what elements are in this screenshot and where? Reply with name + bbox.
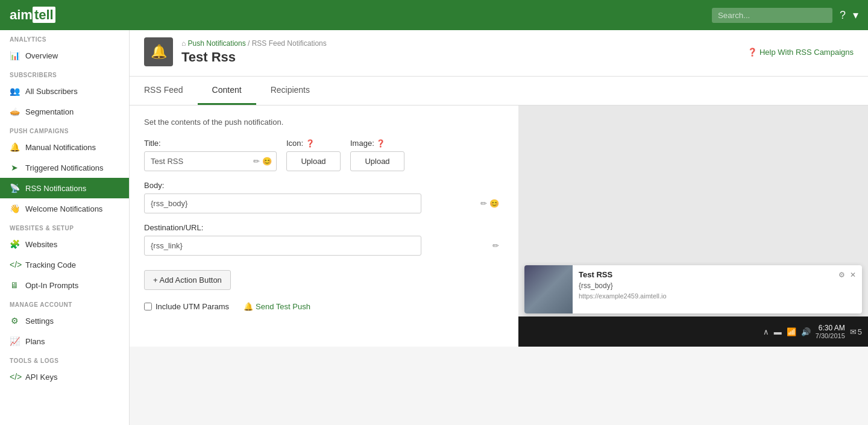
- api-keys-label: API Keys: [25, 373, 57, 382]
- sidebar-item-settings[interactable]: ⚙ Settings: [0, 310, 129, 331]
- notification-close-icon[interactable]: ✕: [850, 271, 856, 279]
- help-link-text: Help With RSS Campaigns: [760, 48, 854, 57]
- notification-header: Test RSS ⚙ ✕: [579, 270, 856, 279]
- dropdown-icon[interactable]: ▾: [853, 8, 858, 22]
- notification-title: Test RSS: [579, 270, 612, 279]
- tracking-code-label: Tracking Code: [25, 260, 76, 269]
- taskbar-date-text: 7/30/2015: [816, 332, 845, 339]
- emoji-icon[interactable]: 😊: [262, 157, 272, 166]
- welcome-notifications-label: Welcome Notifications: [25, 204, 102, 213]
- destination-label: Destination/URL:: [144, 223, 504, 232]
- body-pencil-icon[interactable]: ✏: [480, 199, 487, 208]
- url-row: Destination/URL: ✏: [144, 223, 504, 256]
- taskbar-volume-icon: 🔊: [801, 327, 811, 336]
- bell-send-icon: 🔔: [244, 302, 253, 311]
- overview-icon: 📊: [10, 51, 19, 60]
- sidebar-item-manual-notifications[interactable]: 🔔 Manual Notifications: [0, 137, 129, 157]
- image-group: Image: ❓ Upload: [350, 139, 404, 171]
- sidebar-item-triggered-notifications[interactable]: ➤ Triggered Notifications: [0, 157, 129, 178]
- nav-right: ? ▾: [712, 8, 858, 23]
- icon-question-icon[interactable]: ❓: [306, 139, 315, 148]
- body-emoji-icon[interactable]: 😊: [489, 199, 499, 208]
- page-header: 🔔 ⌂ Push Notifications / RSS Feed Notifi…: [130, 30, 868, 77]
- sidebar-item-tracking-code[interactable]: </> Tracking Code: [0, 254, 129, 275]
- bell-page-icon: 🔔: [151, 44, 167, 60]
- title-group: Title: ✏ 😊: [144, 139, 277, 171]
- utm-checkbox[interactable]: [144, 303, 152, 310]
- taskbar-icons: ∧ ▬ 📶 🔊: [763, 327, 811, 336]
- settings-label: Settings: [25, 316, 54, 326]
- send-test-push-button[interactable]: 🔔 Send Test Push: [244, 302, 310, 311]
- rss-icon: 📡: [10, 183, 19, 193]
- send-test-label: Send Test Push: [256, 302, 310, 311]
- url-input-icons: ✏: [492, 241, 499, 250]
- search-input[interactable]: [712, 8, 832, 23]
- sidebar-item-welcome-notifications[interactable]: 👋 Welcome Notifications: [0, 198, 129, 219]
- notification-gear-icon[interactable]: ⚙: [838, 271, 845, 279]
- api-icon: </>: [10, 372, 19, 382]
- form-area: Set the contents of the push notificatio…: [130, 105, 518, 347]
- push-campaigns-section: Push Campaigns: [0, 122, 129, 137]
- url-group: Destination/URL: ✏: [144, 223, 504, 256]
- taskbar-battery-icon: ▬: [774, 327, 782, 336]
- help-icon[interactable]: ?: [840, 9, 846, 22]
- tab-content[interactable]: Content: [198, 77, 256, 105]
- sidebar-item-segmentation[interactable]: 🥧 Segmentation: [0, 101, 129, 122]
- icon-group: Icon: ❓ Upload: [286, 139, 341, 171]
- sidebar: Analytics 📊 Overview Subscribers 👥 All S…: [0, 30, 130, 425]
- pencil-icon[interactable]: ✏: [253, 157, 260, 166]
- analytics-section: Analytics: [0, 30, 129, 45]
- plans-label: Plans: [25, 337, 45, 346]
- body-label: Body:: [144, 181, 504, 190]
- page-header-left: 🔔 ⌂ Push Notifications / RSS Feed Notifi…: [144, 37, 327, 66]
- image-upload-button[interactable]: Upload: [350, 151, 404, 171]
- body-input-wrapper: ✏ 😊: [144, 194, 504, 213]
- welcome-icon: 👋: [10, 204, 19, 213]
- url-pencil-icon[interactable]: ✏: [492, 241, 499, 250]
- notification-url: https://example2459.aimtell.io: [579, 292, 856, 300]
- sidebar-item-all-subscribers[interactable]: 👥 All Subscribers: [0, 81, 129, 101]
- sidebar-item-rss-notifications[interactable]: 📡 RSS Notifications: [0, 178, 129, 198]
- help-link[interactable]: ❓ Help With RSS Campaigns: [747, 48, 854, 57]
- body-input[interactable]: [144, 194, 421, 213]
- tab-rss-feed[interactable]: RSS Feed: [130, 77, 198, 105]
- utm-checkbox-label[interactable]: Include UTM Params: [144, 302, 229, 311]
- form-and-preview: Set the contents of the push notificatio…: [130, 105, 868, 347]
- notification-image-inner: [524, 265, 573, 313]
- websites-label: Websites: [25, 240, 57, 249]
- logo-text: aimtell: [10, 7, 55, 23]
- content-area: 🔔 ⌂ Push Notifications / RSS Feed Notifi…: [130, 30, 868, 425]
- tab-bar: RSS Feed Content Recipients: [130, 77, 868, 105]
- overview-label: Overview: [25, 51, 58, 60]
- sidebar-item-plans[interactable]: 📈 Plans: [0, 331, 129, 351]
- tab-recipients[interactable]: Recipients: [256, 77, 324, 105]
- body-row: Body: ✏ 😊: [144, 181, 504, 213]
- bottom-row: Include UTM Params 🔔 Send Test Push: [144, 302, 504, 311]
- sidebar-item-api-keys[interactable]: </> API Keys: [0, 367, 129, 387]
- segmentation-label: Segmentation: [25, 107, 74, 116]
- sidebar-item-websites[interactable]: 🧩 Websites: [0, 234, 129, 254]
- form-description: Set the contents of the push notificatio…: [144, 118, 504, 127]
- push-notifications-link[interactable]: Push Notifications: [188, 39, 246, 48]
- page-icon-box: 🔔: [144, 37, 173, 66]
- opt-in-icon: 🖥: [10, 280, 19, 290]
- home-icon[interactable]: ⌂: [181, 39, 186, 48]
- main-layout: Analytics 📊 Overview Subscribers 👥 All S…: [0, 30, 868, 425]
- title-input-icons: ✏ 😊: [253, 157, 272, 166]
- body-group: Body: ✏ 😊: [144, 181, 504, 213]
- icon-upload-button[interactable]: Upload: [286, 151, 341, 171]
- sidebar-item-overview[interactable]: 📊 Overview: [0, 45, 129, 66]
- notification-image: [524, 265, 573, 313]
- segmentation-icon: 🥧: [10, 107, 19, 116]
- websites-setup-section: Websites & Setup: [0, 219, 129, 234]
- settings-icon: ⚙: [10, 316, 19, 326]
- top-nav: aimtell ? ▾: [0, 0, 868, 30]
- taskbar-up-icon: ∧: [763, 327, 769, 336]
- taskbar-time-text: 6:30 AM: [816, 324, 845, 332]
- sidebar-item-opt-in-prompts[interactable]: 🖥 Opt-In Prompts: [0, 275, 129, 295]
- notification-preview: Test RSS ⚙ ✕ {rss_body} https://example2…: [524, 265, 862, 313]
- add-action-button[interactable]: + Add Action Button: [144, 270, 231, 290]
- url-input[interactable]: [144, 236, 421, 256]
- title-label: Title:: [144, 139, 277, 148]
- image-question-icon[interactable]: ❓: [376, 139, 385, 148]
